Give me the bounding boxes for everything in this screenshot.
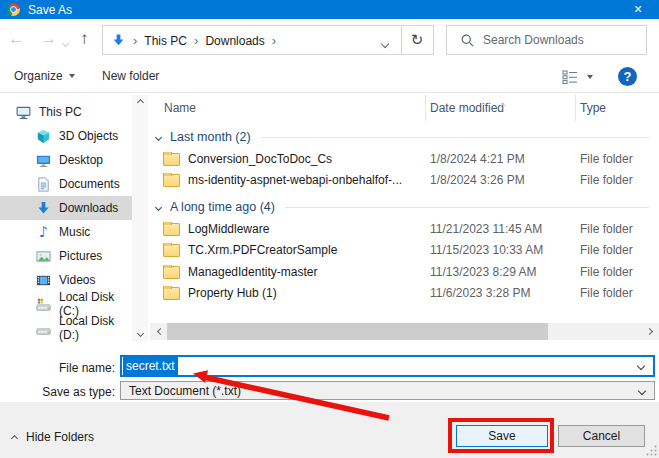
help-icon: ? xyxy=(624,69,632,84)
sidebar-item-label: Music xyxy=(59,225,90,239)
folder-icon xyxy=(163,287,180,300)
sidebar-item-pictures[interactable]: Pictures xyxy=(0,244,132,268)
file-row-property-hub-1[interactable]: Property Hub (1)11/6/2023 3:28 PMFile fo… xyxy=(150,283,659,305)
group-divider xyxy=(285,207,649,208)
resize-grip-icon[interactable] xyxy=(646,445,657,456)
sidebar-item-downloads[interactable]: Downloads xyxy=(0,196,132,220)
file-name-dropdown-icon[interactable] xyxy=(637,362,645,370)
file-row-logmiddleware[interactable]: LogMiddleware11/21/2023 11:45 AMFile fol… xyxy=(150,218,659,240)
disk-windows-icon xyxy=(36,297,51,312)
file-name-text: LogMiddleware xyxy=(188,222,269,236)
group-header-last-month-2[interactable]: Last month (2) xyxy=(150,126,659,148)
file-name-cell: Property Hub (1) xyxy=(150,286,426,300)
date-modified-cell: 11/21/2023 11:45 AM xyxy=(426,222,576,236)
group-header-a-long-time-ago-4[interactable]: A long time ago (4) xyxy=(150,196,659,218)
breadcrumb-item-this-pc[interactable]: This PC xyxy=(144,34,187,48)
file-row-tc-xrm-pdfcreatorsample[interactable]: TC.Xrm.PDFCreatorSample11/15/2023 10:33 … xyxy=(150,240,659,262)
desktop-icon xyxy=(36,153,51,168)
music-icon: ♪ xyxy=(36,225,51,240)
breadcrumb-item-downloads[interactable]: Downloads xyxy=(205,34,264,48)
file-name-cell: TC.Xrm.PDFCreatorSample xyxy=(150,243,426,257)
refresh-button[interactable]: ↻ xyxy=(401,25,434,55)
navigation-bar: ← → ↑ ›This PC›Downloads› ↻ xyxy=(0,19,659,61)
horizontal-scrollbar[interactable] xyxy=(150,323,659,340)
breadcrumb-separator-icon[interactable]: › xyxy=(272,33,276,48)
close-icon[interactable]: × xyxy=(617,0,659,19)
file-row-ms-identity-aspnet-webapi-onbehalfof[interactable]: ms-identity-aspnet-webapi-onbehalfof-...… xyxy=(150,170,659,192)
save-as-dialog: Save As × ← → ↑ ›This PC›Downloads› ↻ Or… xyxy=(0,0,659,458)
scroll-left-icon[interactable] xyxy=(152,323,168,340)
sidebar-item-this-pc[interactable]: This PC xyxy=(0,100,132,124)
history-dropdown-icon[interactable] xyxy=(63,35,68,49)
file-name-input[interactable]: secret.txt xyxy=(120,355,655,377)
organize-button[interactable]: Organize xyxy=(14,69,75,83)
back-icon[interactable]: ← xyxy=(8,28,25,50)
file-name-selected-text: secret.txt xyxy=(123,357,178,375)
search-input[interactable] xyxy=(483,33,646,47)
sidebar-item-desktop[interactable]: Desktop xyxy=(0,148,132,172)
sidebar-item-music[interactable]: ♪Music xyxy=(0,220,132,244)
save-as-type-select[interactable]: Text Document (*.txt) xyxy=(120,381,655,400)
sidebar-item-videos[interactable]: Videos xyxy=(0,268,132,292)
scrollbar-thumb[interactable] xyxy=(167,323,548,340)
this-pc-icon xyxy=(16,105,31,120)
address-dropdown-icon[interactable] xyxy=(375,36,395,50)
hide-folders-chevron-icon xyxy=(11,434,18,441)
chrome-app-icon xyxy=(7,3,20,16)
sidebar-item-3d-objects[interactable]: 3D Objects xyxy=(0,124,132,148)
column-header-name[interactable]: Name xyxy=(150,95,426,121)
sidebar-item-documents[interactable]: Documents xyxy=(0,172,132,196)
type-cell: File folder xyxy=(576,243,659,257)
save-as-type-dropdown-icon[interactable] xyxy=(638,386,646,394)
scroll-right-icon[interactable] xyxy=(641,323,657,340)
scroll-up-icon[interactable] xyxy=(132,95,148,110)
sidebar-item-local-disk-d[interactable]: Local Disk (D:) xyxy=(0,316,132,340)
title-bar: Save As × xyxy=(0,0,659,19)
address-bar[interactable]: ›This PC›Downloads› xyxy=(102,25,402,55)
sidebar-scrollbar[interactable] xyxy=(132,95,148,341)
group-collapse-icon[interactable] xyxy=(155,203,162,210)
file-row-conversion-doctodoc-cs[interactable]: Conversion_DocToDoc_Cs1/8/2024 4:21 PMFi… xyxy=(150,148,659,170)
folder-icon xyxy=(163,174,180,187)
details-view-icon xyxy=(562,70,578,84)
hide-folders-button[interactable]: Hide Folders xyxy=(12,430,94,444)
column-header-type[interactable]: Type xyxy=(576,95,659,121)
file-name-cell: Conversion_DocToDoc_Cs xyxy=(150,152,426,166)
file-list-body: Last month (2)Conversion_DocToDoc_Cs1/8/… xyxy=(150,126,659,304)
file-name-cell: ManagedIdentity-master xyxy=(150,265,426,279)
sidebar-item-local-disk-c[interactable]: Local Disk (C:) xyxy=(0,292,132,316)
sidebar-item-label: Documents xyxy=(59,177,120,191)
date-modified-cell: 1/8/2024 3:26 PM xyxy=(426,173,576,187)
forward-icon[interactable]: → xyxy=(40,28,57,50)
type-cell: File folder xyxy=(576,222,659,236)
downloads-icon xyxy=(36,201,51,216)
up-icon[interactable]: ↑ xyxy=(80,28,89,50)
cancel-button[interactable]: Cancel xyxy=(558,425,645,447)
sidebar-item-label: Desktop xyxy=(59,153,103,167)
column-header-date-modified[interactable]: Date modified xyxy=(426,95,576,121)
date-modified-cell: 1/8/2024 4:21 PM xyxy=(426,152,576,166)
file-name-cell: LogMiddleware xyxy=(150,222,426,236)
file-name-cell: ms-identity-aspnet-webapi-onbehalfof-... xyxy=(150,173,426,187)
folder-icon xyxy=(163,266,180,279)
file-row-managedidentity-master[interactable]: ManagedIdentity-master11/13/2023 8:29 AM… xyxy=(150,261,659,283)
view-options-button[interactable] xyxy=(562,70,593,84)
group-collapse-icon[interactable] xyxy=(155,133,162,140)
sidebar-item-label: Videos xyxy=(59,273,95,287)
type-cell: File folder xyxy=(576,265,659,279)
sort-indicator-icon xyxy=(501,97,505,111)
file-name-text: ms-identity-aspnet-webapi-onbehalfof-... xyxy=(188,173,402,187)
help-button[interactable]: ? xyxy=(618,67,637,86)
search-icon xyxy=(461,34,474,47)
scroll-down-icon[interactable] xyxy=(132,326,148,341)
breadcrumb: ›This PC›Downloads› xyxy=(126,33,283,48)
folder-icon xyxy=(163,223,180,236)
save-button[interactable]: Save xyxy=(456,425,548,447)
save-as-type-value: Text Document (*.txt) xyxy=(129,384,241,398)
file-name-text: Property Hub (1) xyxy=(188,286,277,300)
new-folder-button[interactable]: New folder xyxy=(102,69,159,83)
breadcrumb-separator-icon: › xyxy=(194,33,198,48)
videos-icon xyxy=(36,273,51,288)
folder-icon xyxy=(163,153,180,166)
downloads-folder-icon xyxy=(111,33,126,48)
